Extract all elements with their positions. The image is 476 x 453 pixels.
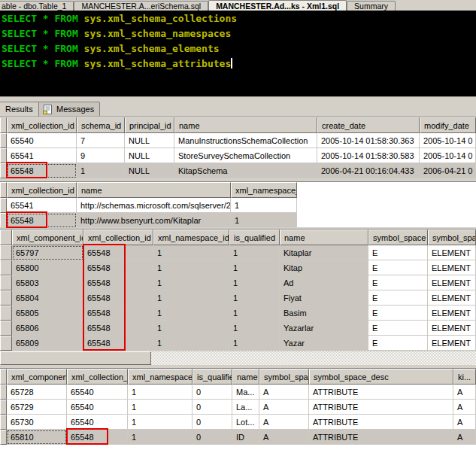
grid-cell[interactable]: Lot...: [232, 415, 259, 430]
grid-cell[interactable]: http://www.bsenyurt.com/Kitaplar: [77, 213, 231, 227]
grid-cell[interactable]: 65548: [83, 336, 153, 351]
grid-cell[interactable]: 65548: [83, 245, 153, 260]
grid-cell[interactable]: 65548: [83, 260, 153, 275]
grid-cell[interactable]: 1: [153, 260, 229, 275]
grid-cell[interactable]: ELEMENT: [428, 275, 476, 290]
grid-cell[interactable]: A: [453, 430, 476, 445]
column-header[interactable]: xml_namespace_id: [153, 230, 229, 245]
grid-cell[interactable]: NULL: [125, 148, 174, 163]
grid-cell[interactable]: 65540: [67, 400, 128, 415]
grid-cell[interactable]: E: [368, 306, 428, 321]
grid-cell[interactable]: 1: [229, 321, 280, 336]
grid-cell[interactable]: E: [368, 321, 428, 336]
grid-cell[interactable]: A: [259, 430, 309, 445]
grid-cell[interactable]: La...: [232, 400, 259, 415]
grid-cell[interactable]: A: [259, 400, 309, 415]
grid-cell[interactable]: A: [259, 415, 309, 430]
grid-cell[interactable]: Ma...: [232, 385, 259, 400]
grid-cell[interactable]: 0: [193, 430, 232, 445]
grid-cell[interactable]: E: [368, 275, 428, 290]
select-all-corner[interactable]: [0, 182, 7, 198]
column-header[interactable]: is_qualified: [229, 230, 280, 245]
grid-cell[interactable]: 65541: [7, 148, 77, 163]
grid-cell[interactable]: NULL: [125, 163, 174, 178]
grid-cell[interactable]: ATTRIBUTE: [309, 385, 453, 400]
grid-cell[interactable]: 2005-10-14 01:58:30.363: [317, 133, 420, 148]
grid-cell[interactable]: Ad: [280, 275, 368, 290]
grid-cell[interactable]: 1: [231, 198, 297, 213]
column-header[interactable]: xml_collection_id: [7, 117, 77, 133]
grid-cell[interactable]: A: [453, 385, 476, 400]
row-selector[interactable]: [0, 306, 12, 321]
grid-cell[interactable]: 65540: [7, 133, 77, 148]
grid-cell[interactable]: 1: [153, 245, 229, 260]
grid-cell[interactable]: E: [368, 260, 428, 275]
grid-cell[interactable]: 1: [128, 400, 193, 415]
grid-cell[interactable]: 65548: [83, 290, 153, 306]
grid-cell[interactable]: 0: [193, 400, 232, 415]
grid-cell[interactable]: 1: [229, 245, 280, 260]
grid-cell[interactable]: StoreSurveySchemaCollection: [174, 148, 317, 163]
grid-cell[interactable]: 65803: [12, 275, 83, 290]
grid-cell[interactable]: http://schemas.microsoft.com/sqlserver/2…: [77, 198, 231, 213]
grid-cell[interactable]: A: [453, 415, 476, 430]
sql-editor[interactable]: SELECT * FROM sys.xml_schema_collections…: [0, 11, 476, 96]
grid-cell[interactable]: 0: [193, 385, 232, 400]
grid-cell[interactable]: Kitap: [280, 260, 368, 275]
grid-cell[interactable]: 65729: [7, 400, 67, 415]
grid-cell[interactable]: E: [368, 336, 428, 351]
tab-results[interactable]: Results: [0, 102, 39, 117]
grid-cell[interactable]: 65540: [67, 415, 128, 430]
column-header[interactable]: symbol_space: [368, 230, 428, 245]
grid-cell[interactable]: 65548: [7, 163, 77, 178]
grid-cell[interactable]: 65728: [7, 385, 67, 400]
row-selector[interactable]: [0, 213, 7, 227]
row-selector[interactable]: [0, 163, 7, 178]
grid-cell[interactable]: 65548: [83, 321, 153, 336]
grid-cell[interactable]: 1: [128, 430, 193, 445]
column-header[interactable]: symbol_spa: [428, 230, 476, 245]
grid-cell[interactable]: NULL: [125, 133, 174, 148]
grid-cell[interactable]: 1: [153, 275, 229, 290]
grid-cell[interactable]: ID: [232, 430, 259, 445]
column-header[interactable]: modify_date: [420, 117, 476, 133]
column-header[interactable]: create_date: [317, 117, 420, 133]
grid-cell[interactable]: Yazar: [280, 336, 368, 351]
document-tab[interactable]: able - dbo.Table_1: [0, 1, 74, 11]
grid-cell[interactable]: 1: [229, 260, 280, 275]
row-selector[interactable]: [0, 415, 7, 430]
grid-cell[interactable]: 7: [77, 133, 125, 148]
scrollbar-thumb[interactable]: [0, 351, 151, 365]
row-selector[interactable]: [0, 198, 7, 213]
document-tab[interactable]: Summary: [347, 1, 396, 11]
grid-cell[interactable]: 65548: [83, 306, 153, 321]
grid-cell[interactable]: 65548: [67, 430, 128, 445]
grid-cell[interactable]: 65809: [12, 336, 83, 351]
row-selector[interactable]: [0, 385, 7, 400]
grid-cell[interactable]: 1: [128, 385, 193, 400]
column-header[interactable]: xml_component_id: [12, 230, 83, 245]
grid-cell[interactable]: ATTRIBUTE: [309, 415, 453, 430]
grid-cell[interactable]: 1: [229, 306, 280, 321]
grid-cell[interactable]: 1: [153, 321, 229, 336]
row-selector[interactable]: [0, 275, 12, 290]
grid-cell[interactable]: 65730: [7, 415, 67, 430]
grid-cell[interactable]: ATTRIBUTE: [309, 400, 453, 415]
grid-cell[interactable]: ELEMENT: [428, 321, 476, 336]
column-header[interactable]: xml_component_id: [7, 369, 67, 385]
row-selector[interactable]: [0, 148, 7, 163]
grid-cell[interactable]: ELEMENT: [428, 260, 476, 275]
column-header[interactable]: xml_collection_id: [7, 182, 77, 198]
row-selector[interactable]: [0, 260, 12, 275]
row-selector[interactable]: [0, 245, 12, 260]
column-header[interactable]: symbol_space: [259, 369, 309, 385]
row-selector[interactable]: [0, 400, 7, 415]
grid-cell[interactable]: 2006-04-21 0: [420, 163, 476, 178]
grid-cell[interactable]: ELEMENT: [428, 336, 476, 351]
grid-cell[interactable]: 1: [229, 275, 280, 290]
grid-cell[interactable]: 1: [231, 213, 297, 227]
grid-cell[interactable]: 1: [153, 290, 229, 306]
grid-cell[interactable]: Basim: [280, 306, 368, 321]
grid-cell[interactable]: KitapSchema: [174, 163, 317, 178]
grid-cell[interactable]: 1: [153, 306, 229, 321]
